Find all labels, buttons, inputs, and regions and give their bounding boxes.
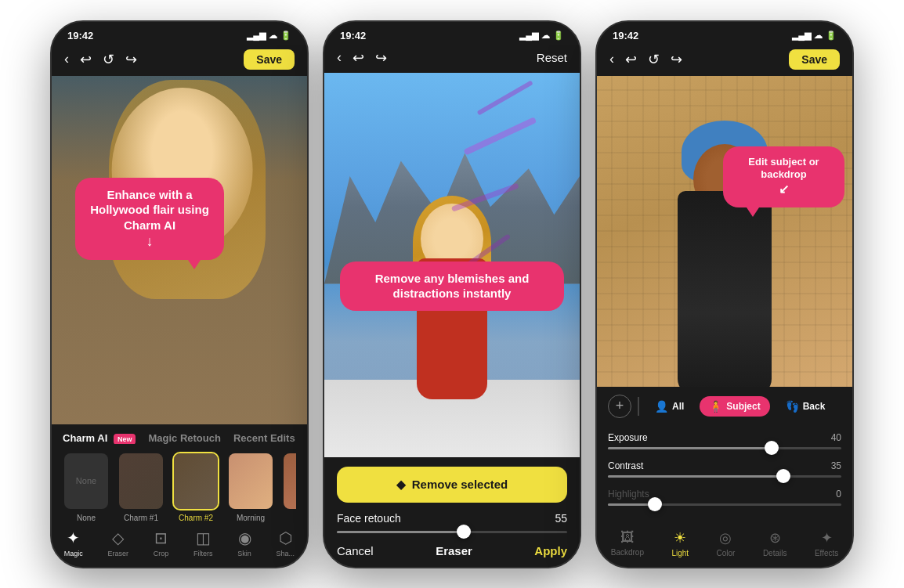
back-button-3[interactable]: ‹ xyxy=(609,51,614,67)
color-icon: ◎ xyxy=(719,529,732,547)
preset-charm2[interactable]: Charm #2 xyxy=(172,452,219,522)
magic-icon: ✦ xyxy=(67,528,80,547)
slider-thumb[interactable] xyxy=(457,525,471,539)
contrast-row: Contrast 35 xyxy=(608,460,841,478)
charm-presets: None None Charm #1 Charm #2 Morning Day xyxy=(63,452,296,522)
highlights-label-row: Highlights 0 xyxy=(608,489,841,500)
tab-crop-label: Crop xyxy=(154,550,169,557)
arrow-down-1: ↓ xyxy=(146,233,154,249)
magic-retouch-tab[interactable]: Magic Retouch xyxy=(148,432,220,444)
save-button-1[interactable]: Save xyxy=(244,49,295,70)
contrast-fill xyxy=(608,475,783,478)
redo-undo-button-3[interactable]: ↺ xyxy=(648,51,660,68)
tab-sha[interactable]: ⬡ Sha... xyxy=(277,528,295,557)
preset-label-charm1: Charm #1 xyxy=(124,514,158,522)
face-retouch-value: 55 xyxy=(555,512,567,525)
nav-light[interactable]: ☀ Light xyxy=(671,529,689,557)
redo-button-2[interactable]: ↪ xyxy=(375,49,387,67)
status-bar-2: 19:42 ▂▄▆ ☁ 🔋 xyxy=(324,22,580,45)
preset-thumb-day xyxy=(282,452,296,510)
preset-thumb-charm1 xyxy=(118,452,165,510)
effects-label: Effects xyxy=(815,549,838,557)
back-icon: 👣 xyxy=(786,400,799,413)
backdrop-btn[interactable]: 👣 Back xyxy=(776,396,835,417)
status-icons-1: ▂▄▆ ☁ 🔋 xyxy=(247,31,291,41)
highlights-slider[interactable] xyxy=(608,503,841,506)
image-area-3: Edit subject or backdrop ↙ xyxy=(597,76,852,387)
sha-icon: ⬡ xyxy=(279,528,292,547)
details-icon: ⊛ xyxy=(769,529,781,547)
filters-icon: ◫ xyxy=(196,528,211,547)
face-retouch-slider[interactable] xyxy=(337,531,567,533)
image-area-1: Enhance with a Hollywood flair using Cha… xyxy=(52,76,307,424)
preset-charm1[interactable]: Charm #1 xyxy=(118,452,165,522)
recent-edits-tab[interactable]: Recent Edits xyxy=(233,432,295,444)
back-button-2[interactable]: ‹ xyxy=(337,49,342,66)
save-button-3[interactable]: Save xyxy=(789,49,840,70)
preset-thumb-none: None xyxy=(63,452,110,510)
phone-frame-3: 19:42 ▂▄▆ ☁ 🔋 ‹ ↩ ↺ ↪ Save Edit subject … xyxy=(595,20,854,568)
exposure-label-row: Exposure 40 xyxy=(608,432,841,443)
preset-day[interactable]: Day xyxy=(282,452,296,522)
face-retouch-row: Face retouch 55 xyxy=(337,512,567,525)
tab-filters[interactable]: ◫ Filters xyxy=(193,528,213,557)
highlights-row: Highlights 0 xyxy=(608,489,841,506)
subject-button[interactable]: 🧍 Subject xyxy=(700,396,769,417)
undo-button-3[interactable]: ↩ xyxy=(625,51,637,68)
callout-bubble-1: Enhance with a Hollywood flair using Cha… xyxy=(75,178,224,261)
exposure-slider[interactable] xyxy=(608,447,841,449)
nav-color[interactable]: ◎ Color xyxy=(717,529,736,557)
contrast-label-row: Contrast 35 xyxy=(608,460,841,471)
tab-sha-label: Sha... xyxy=(277,550,295,557)
redo-button-1[interactable]: ↪ xyxy=(125,51,137,68)
remove-selected-button[interactable]: ◆ Remove selected xyxy=(337,467,567,503)
tab-eraser[interactable]: ◇ Eraser xyxy=(108,528,129,557)
top-bar-left-3: ‹ ↩ ↺ ↪ xyxy=(609,51,682,68)
status-time-2: 19:42 xyxy=(340,30,366,41)
nav3-row: 🖼 Backdrop ☀ Light ◎ Color ⊛ Details ✦ E… xyxy=(597,529,852,557)
tab-skin[interactable]: ◉ Skin xyxy=(237,528,251,557)
all-button[interactable]: 👤 All xyxy=(645,396,693,417)
preset-none[interactable]: None None xyxy=(63,452,110,522)
preset-morning[interactable]: Morning xyxy=(227,452,274,522)
redo-undo-button-1[interactable]: ↺ xyxy=(103,51,114,68)
charm-ai-tab[interactable]: Charm AI New xyxy=(63,432,136,444)
cancel-button[interactable]: Cancel xyxy=(337,544,374,557)
contrast-thumb[interactable] xyxy=(776,469,790,483)
backdrop-label: Backdrop xyxy=(611,548,644,557)
new-badge: New xyxy=(114,434,136,444)
w3-body xyxy=(678,191,772,387)
tab-eraser-label: Eraser xyxy=(108,550,129,557)
nav-effects[interactable]: ✦ Effects xyxy=(815,529,838,557)
add-selection-button[interactable]: + xyxy=(608,395,631,418)
preset-label-none: None xyxy=(77,514,96,522)
undo-button-2[interactable]: ↩ xyxy=(353,49,364,67)
face-retouch-label: Face retouch xyxy=(337,512,401,525)
nav-details[interactable]: ⊛ Details xyxy=(763,529,787,557)
redo-button-3[interactable]: ↪ xyxy=(671,51,682,68)
callout-bubble-2: Remove any blemishes and distractions in… xyxy=(340,262,564,311)
reset-button[interactable]: Reset xyxy=(537,51,567,64)
exposure-value: 40 xyxy=(831,432,841,443)
phone-frame-1: 19:42 ▂▄▆ ☁ 🔋 ‹ ↩ ↺ ↪ Save Enhance with … xyxy=(50,20,309,568)
tab-crop[interactable]: ⊡ Crop xyxy=(154,528,169,557)
tab-filters-label: Filters xyxy=(193,550,213,557)
nav-backdrop[interactable]: 🖼 Backdrop xyxy=(611,529,644,557)
contrast-slider[interactable] xyxy=(608,475,841,478)
skin-icon: ◉ xyxy=(238,528,251,547)
exposure-thumb[interactable] xyxy=(765,441,779,455)
status-bar-3: 19:42 ▂▄▆ ☁ 🔋 xyxy=(597,22,852,45)
sliders-section: Exposure 40 Contrast 35 Highlights 0 xyxy=(597,426,852,523)
status-icons-3: ▂▄▆ ☁ 🔋 xyxy=(792,31,837,41)
back-button-1[interactable]: ‹ xyxy=(64,51,69,67)
subject-selector: + 👤 All 🧍 Subject 👣 Back xyxy=(597,387,852,426)
bottom-tabs-1: ✦ Magic ◇ Eraser ⊡ Crop ◫ Filters ◉ Skin… xyxy=(52,522,307,567)
status-bar-1: 19:42 ▂▄▆ ☁ 🔋 xyxy=(52,22,307,45)
charm-section-1: Charm AI New Magic Retouch Recent Edits … xyxy=(52,424,307,522)
subject-icon: 🧍 xyxy=(709,400,722,413)
undo-button-1[interactable]: ↩ xyxy=(80,51,92,68)
highlights-thumb[interactable] xyxy=(648,497,662,511)
apply-button[interactable]: Apply xyxy=(534,544,567,557)
tab-magic[interactable]: ✦ Magic xyxy=(64,528,83,557)
highlights-value: 0 xyxy=(836,489,841,500)
